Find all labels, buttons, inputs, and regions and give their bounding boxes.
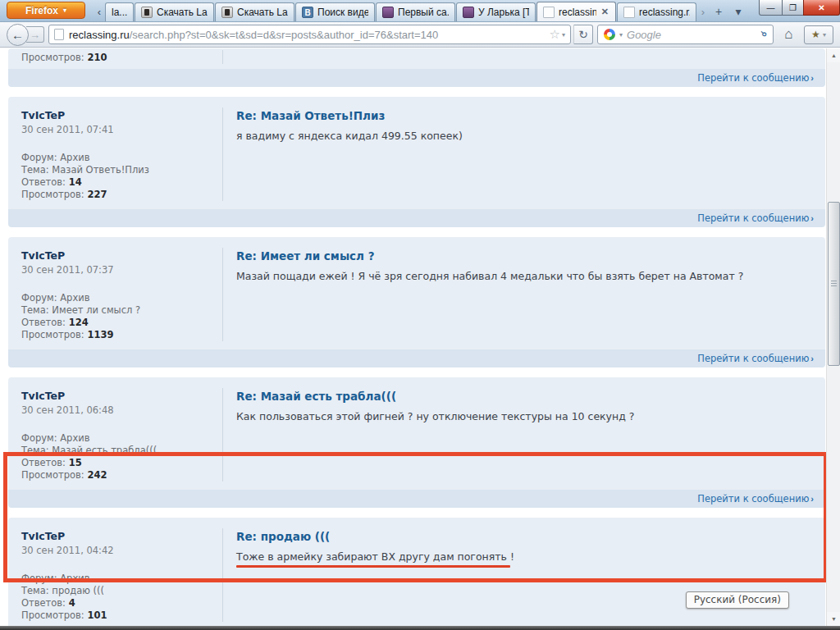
scroll-down-icon[interactable]: ▼ bbox=[827, 612, 840, 626]
reload-button[interactable]: ↻ bbox=[573, 25, 593, 44]
post-author[interactable]: TvIcTeP bbox=[21, 530, 211, 542]
search-engine-dropdown-icon[interactable]: ▾ bbox=[619, 31, 623, 39]
red-underline-annotation bbox=[236, 565, 510, 568]
tab-2[interactable]: Скачать La... bbox=[215, 2, 294, 21]
post-date: 30 сен 2011, 07:37 bbox=[21, 264, 211, 276]
tab-label: reclassing.r... bbox=[639, 7, 690, 18]
post-date: 30 сен 2011, 06:48 bbox=[21, 404, 211, 416]
views-value: 227 bbox=[87, 189, 107, 200]
window-controls: — ❐ ✕ bbox=[759, 0, 840, 16]
tab-6-active[interactable]: reclassin... ✕ bbox=[536, 2, 616, 21]
post-title-link[interactable]: Re: Мазай есть трабла((( bbox=[236, 390, 809, 403]
firefox-menu-button[interactable]: Firefox ▾ bbox=[7, 2, 85, 19]
tab-label: Поиск виде... bbox=[317, 7, 368, 18]
topic-value[interactable]: Имеет ли смысл ? bbox=[52, 304, 140, 316]
forum-value[interactable]: Архив bbox=[60, 573, 89, 584]
vk-icon: В bbox=[302, 7, 313, 18]
tab-scroll-right-icon[interactable]: › bbox=[697, 2, 709, 21]
search-bar[interactable]: ▾ Google ⌕ bbox=[597, 25, 774, 44]
search-results-list: Просмотров: 210 Перейти к сообщению › Tv… bbox=[8, 48, 825, 626]
close-window-button[interactable]: ✕ bbox=[803, 0, 840, 16]
tab-4[interactable]: Первый са... bbox=[376, 2, 455, 21]
post-title-link[interactable]: Re: продаю ((( bbox=[236, 530, 809, 543]
forum-value[interactable]: Архив bbox=[60, 432, 89, 444]
replies-label: Ответов: bbox=[21, 317, 66, 328]
tab-scroll-left-icon[interactable]: ‹ bbox=[94, 2, 105, 21]
search-icon[interactable]: ⌕ bbox=[757, 31, 770, 37]
views-label: Просмотров: bbox=[21, 469, 84, 481]
bookmark-star-icon[interactable]: ☆▾ bbox=[550, 27, 565, 42]
scrollbar-thumb[interactable] bbox=[828, 202, 840, 366]
post-title-link[interactable]: Re: Имеет ли смысл ? bbox=[236, 249, 809, 262]
goto-message-link[interactable]: Перейти к сообщению bbox=[697, 212, 809, 224]
topic-value[interactable]: Мазай есть трабла((( bbox=[52, 445, 157, 456]
tab-1[interactable]: Скачать La... bbox=[135, 2, 214, 21]
title-bar: Firefox ▾ ‹ la... Скачать La... Скачать … bbox=[0, 0, 840, 22]
chevron-down-icon: ▾ bbox=[823, 31, 826, 39]
post-author[interactable]: TvIcTeP bbox=[21, 390, 211, 402]
post-date: 30 сен 2011, 04:42 bbox=[21, 545, 211, 556]
topic-label: Тема: bbox=[21, 445, 49, 456]
topic-label: Тема: bbox=[21, 304, 49, 316]
url-domain: reclassing.ru bbox=[69, 29, 130, 41]
url-path: /search.php?st=0&sk=t&sd=d&sr=posts&auth… bbox=[130, 29, 439, 41]
restore-button[interactable]: ❐ bbox=[782, 0, 804, 16]
tab-close-icon[interactable]: ✕ bbox=[600, 7, 609, 17]
url-text[interactable]: reclassing.ru/search.php?st=0&sk=t&sd=d&… bbox=[69, 29, 545, 41]
forum-value[interactable]: Архив bbox=[60, 292, 89, 304]
firefox-button-label: Firefox bbox=[25, 5, 58, 16]
chevron-right-icon: › bbox=[810, 354, 814, 363]
list-all-tabs-icon[interactable]: ▾ bbox=[729, 3, 747, 20]
new-tab-button[interactable]: + bbox=[710, 3, 728, 20]
tab-5[interactable]: У Ларька [Т... bbox=[456, 2, 536, 21]
bookmarks-menu-button[interactable]: ★ ▾ bbox=[804, 25, 833, 44]
tab-label: Скачать La... bbox=[237, 7, 288, 18]
bookmark-star-icon: ★ bbox=[811, 29, 820, 40]
page-favicon bbox=[54, 29, 64, 40]
back-button[interactable]: ← bbox=[7, 24, 29, 46]
purple-app-icon bbox=[382, 7, 394, 18]
post-content: Мазай пощади ежей ! Я чё зря сегодня наб… bbox=[236, 270, 809, 282]
forum-label: Форум: bbox=[21, 432, 57, 444]
tab-label: У Ларька [Т... bbox=[478, 7, 529, 18]
post-block: TvIcTeP 30 сен 2011, 07:41 Форум: Архив … bbox=[8, 97, 825, 227]
tab-0[interactable]: la... bbox=[105, 2, 134, 21]
minimize-button[interactable]: — bbox=[759, 0, 783, 16]
scroll-up-icon[interactable]: ▲ bbox=[827, 48, 840, 62]
post-content: Тоже в армейку забирают ВХ другу дам пог… bbox=[236, 550, 809, 563]
post-author[interactable]: TvIcTeP bbox=[21, 249, 211, 262]
topic-label: Тема: bbox=[21, 164, 49, 176]
post-author[interactable]: TvIcTeP bbox=[21, 109, 211, 121]
chevron-down-icon: ▾ bbox=[63, 7, 66, 14]
search-input[interactable]: Google bbox=[627, 29, 757, 41]
forum-value[interactable]: Архив bbox=[60, 152, 89, 163]
post-date: 30 сен 2011, 07:41 bbox=[21, 124, 211, 135]
tab-3[interactable]: В Поиск виде... bbox=[295, 2, 375, 21]
vertical-scrollbar[interactable]: ▲ ▼ bbox=[826, 48, 840, 626]
language-indicator: Русский (Россия) bbox=[686, 591, 789, 609]
forward-button[interactable]: → bbox=[26, 26, 44, 43]
location-bar[interactable]: reclassing.ru/search.php?st=0&sk=t&sd=d&… bbox=[48, 25, 571, 44]
goto-message-link[interactable]: Перейти к сообщению bbox=[697, 72, 809, 84]
forum-label: Форум: bbox=[21, 152, 57, 163]
topic-label: Тема: bbox=[21, 585, 49, 596]
post-title-link[interactable]: Re: Мазай Ответь!Плиз bbox=[236, 109, 809, 122]
goto-message-link[interactable]: Перейти к сообщению bbox=[697, 353, 809, 364]
views-value: 101 bbox=[87, 609, 107, 621]
replies-value: 15 bbox=[69, 457, 82, 468]
app-icon bbox=[221, 7, 233, 18]
topic-value[interactable]: продаю ((( bbox=[52, 585, 104, 596]
views-label: Просмотров: bbox=[21, 609, 84, 621]
goto-message-link[interactable]: Перейти к сообщению bbox=[697, 493, 809, 504]
topic-value[interactable]: Мазай Ответь!Плиз bbox=[52, 164, 149, 176]
replies-value: 4 bbox=[69, 597, 75, 609]
home-button[interactable]: ⌂ bbox=[778, 25, 800, 45]
replies-value: 14 bbox=[69, 176, 82, 188]
navigation-toolbar: ← → reclassing.ru/search.php?st=0&sk=t&s… bbox=[0, 22, 840, 48]
replies-label: Ответов: bbox=[21, 457, 66, 468]
replies-label: Ответов: bbox=[21, 597, 66, 609]
tab-label: Первый са... bbox=[398, 7, 449, 18]
page-icon bbox=[623, 7, 635, 18]
tab-7[interactable]: reclassing.r... bbox=[617, 2, 696, 21]
post-block: TvIcTeP 30 сен 2011, 06:48 Форум: Архив … bbox=[8, 377, 825, 508]
